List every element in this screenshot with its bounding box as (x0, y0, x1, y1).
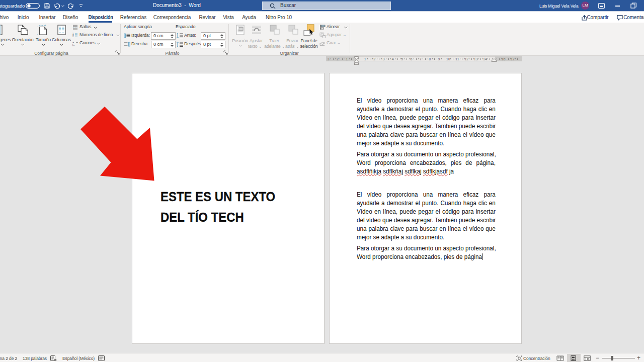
svg-text:2: 2 (72, 35, 74, 38)
svg-text:bc: bc (72, 44, 75, 47)
